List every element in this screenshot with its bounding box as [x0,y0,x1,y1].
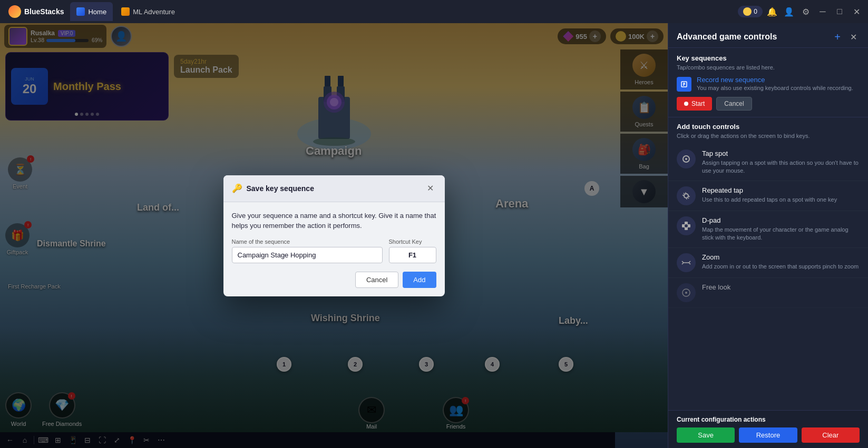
zoom-desc: Add zoom in or out to the screen that su… [702,263,860,271]
modal-title: 🔑 Save key sequence [232,183,314,193]
coin-count: 0 [754,8,757,15]
dpad-name: D-pad [702,216,860,224]
config-footer: Current configuration actions Save Resto… [668,410,868,448]
sequence-name-input[interactable] [232,247,383,263]
right-panel: Advanced game controls + ✕ Key sequences… [668,23,868,448]
start-label: Start [691,100,705,107]
panel-header: Advanced game controls + ✕ [668,23,868,48]
record-svg-icon [680,81,688,88]
repeated-tap-item[interactable]: Repeated tap Use this to add repeated ta… [668,181,868,211]
dpad-item[interactable]: D-pad Map the movement of your character… [668,211,868,248]
tap-spot-icon-wrap [677,150,696,168]
zoom-name: Zoom [702,253,860,261]
zoom-item[interactable]: Zoom Add zoom in or out to the screen th… [668,248,868,278]
modal-title-icon: 🔑 [232,183,242,193]
tap-spot-icon [681,154,691,164]
modal-header: 🔑 Save key sequence ✕ [223,175,445,202]
dpad-desc: Map the movement of your character or th… [702,226,860,242]
key-sequences-subtitle: Tap/combo sequences are listed here. [677,64,860,71]
repeated-tap-icon-wrap [677,186,696,205]
modal-cancel-btn[interactable]: Cancel [355,272,398,288]
free-look-item[interactable]: Free look [668,278,868,308]
zoom-info: Zoom Add zoom in or out to the screen th… [702,253,860,271]
record-sequence-area: Record new sequence You may also use exi… [677,76,860,92]
tap-spot-info: Tap spot Assign tapping on a spot with t… [702,150,860,175]
minimize-btn[interactable]: ─ [815,4,830,19]
tap-spot-item[interactable]: Tap spot Assign tapping on a spot with t… [668,144,868,181]
free-look-icon [681,287,691,298]
config-actions: Save Restore Clear [677,427,860,443]
config-title: Current configuration actions [677,416,860,423]
shortcut-key-input[interactable] [389,247,436,263]
repeated-tap-name: Repeated tap [702,186,860,194]
tap-spot-desc: Assign tapping on a spot with this actio… [702,159,860,175]
modal-close-btn[interactable]: ✕ [425,183,436,194]
dpad-info: D-pad Map the movement of your character… [702,216,860,242]
repeated-tap-desc: Use this to add repeated taps on a spot … [702,196,860,204]
shortcut-field-group: Shortcut Key [389,238,436,263]
record-icon [677,77,691,92]
modal-body: Give your sequence a name and a shortcut… [223,202,445,296]
top-bar: BlueStacks Home ML Adventure 0 🔔 👤 ⚙ ─ □… [0,0,868,23]
clear-config-btn[interactable]: Clear [802,427,860,443]
svg-point-15 [685,158,687,160]
record-text: Record new sequence You may also use exi… [697,76,860,91]
free-look-info: Free look [702,283,860,293]
main-content: Rusalka VIP.0 Lv.38 69% 👤 [0,23,868,448]
logo-icon [8,5,21,18]
save-config-btn[interactable]: Save [677,427,735,443]
game-area: Rusalka VIP.0 Lv.38 69% 👤 [0,23,668,448]
panel-close-btn[interactable]: ✕ [847,31,860,43]
key-sequences-title: Key sequences [677,54,860,62]
save-sequence-modal: 🔑 Save key sequence ✕ Give your sequence… [223,175,445,296]
panel-add-btn[interactable]: + [831,31,844,43]
zoom-icon-wrap [677,253,696,272]
tap-spot-name: Tap spot [702,150,860,157]
record-link[interactable]: Record new sequence [697,76,860,84]
settings-btn[interactable]: ⚙ [798,4,813,19]
modal-description: Give your sequence a name and a shortcut… [232,211,436,231]
touch-controls-desc: Click or drag the actions on the screen … [668,133,868,144]
start-dot [684,102,688,106]
notification-btn[interactable]: 🔔 [765,4,779,19]
modal-add-btn[interactable]: Add [403,272,436,288]
free-look-icon-wrap [677,283,696,302]
record-actions: Start Cancel [677,97,860,111]
name-field-label: Name of the sequence [232,238,383,245]
ml-tab-icon [121,7,130,16]
zoom-icon [681,257,691,268]
panel-scroll[interactable]: Key sequences Tap/combo sequences are li… [668,48,868,410]
app-logo: BlueStacks [4,5,68,18]
maximize-btn[interactable]: □ [832,4,847,19]
cancel-record-btn[interactable]: Cancel [716,97,752,111]
repeated-tap-info: Repeated tap Use this to add repeated ta… [702,186,860,204]
repeated-tap-icon [681,191,691,201]
app-name: BlueStacks [24,7,64,16]
close-btn[interactable]: ✕ [849,4,864,19]
restore-config-btn[interactable]: Restore [739,427,797,443]
profile-btn[interactable]: 👤 [782,4,796,19]
coin-icon [743,7,752,16]
tab-home[interactable]: Home [70,2,113,21]
free-look-name: Free look [702,283,860,291]
panel-title: Advanced game controls [677,32,777,42]
ml-tab-label: ML Adventure [133,8,175,16]
svg-point-16 [684,194,688,198]
record-desc: You may also use existing keyboard contr… [697,85,860,91]
home-tab-label: Home [88,8,106,16]
modal-fields: Name of the sequence Shortcut Key [232,238,436,263]
svg-point-22 [685,292,687,294]
coin-display: 0 [738,6,763,17]
home-tab-icon [76,7,85,16]
key-sequences-section: Key sequences Tap/combo sequences are li… [668,48,868,117]
touch-controls-title: Add touch controls [668,117,868,133]
dpad-icon-wrap [677,216,696,235]
shortcut-field-label: Shortcut Key [389,238,436,245]
dpad-icon [681,221,691,231]
tab-ml[interactable]: ML Adventure [115,2,181,21]
modal-title-text: Save key sequence [247,184,314,193]
modal-overlay: 🔑 Save key sequence ✕ Give your sequence… [0,23,668,448]
modal-actions: Cancel Add [232,272,436,288]
name-field-group: Name of the sequence [232,238,383,263]
start-btn[interactable]: Start [677,97,712,111]
